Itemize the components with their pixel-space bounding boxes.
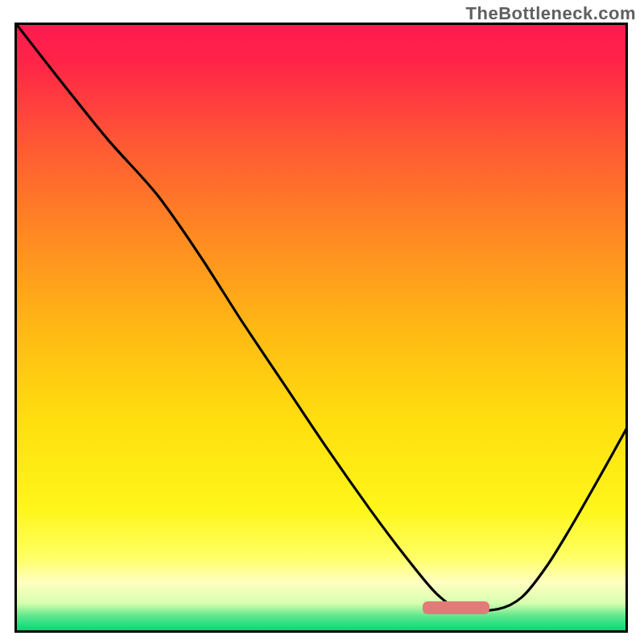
optimal-range-marker — [423, 601, 489, 615]
watermark-text: TheBottleneck.com — [466, 3, 636, 24]
chart-frame: TheBottleneck.com — [0, 0, 644, 644]
bottleneck-curve — [17, 25, 625, 630]
plot-area — [14, 23, 628, 633]
